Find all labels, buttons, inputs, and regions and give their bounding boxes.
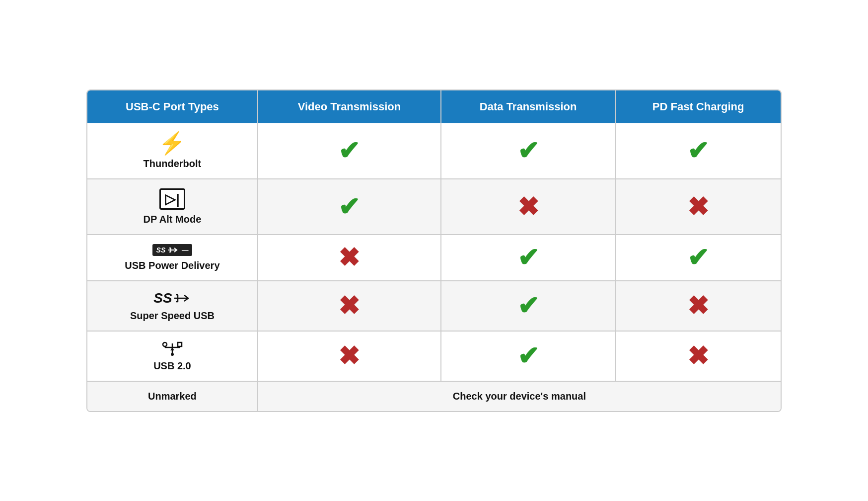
comparison-table: USB-C Port Types Video Transmission Data… <box>86 89 782 412</box>
svg-point-14 <box>171 353 174 356</box>
check-icon <box>517 291 539 320</box>
video-cell-usb20 <box>258 331 441 381</box>
col-header-video: Video Transmission <box>258 90 441 123</box>
port-cell-dp-alt: ▷| DP Alt Mode <box>87 179 258 235</box>
svg-rect-11 <box>178 342 182 346</box>
data-cell-usb20 <box>441 331 615 381</box>
table-row: SS ⸻ USB Power Delivery <box>87 235 781 281</box>
check-icon <box>687 136 709 165</box>
port-cell-unmarked: Unmarked <box>87 381 258 411</box>
ss-usb-icon: SS <box>153 290 191 306</box>
cross-icon <box>687 192 709 221</box>
thunderbolt-icon: ⚡ <box>158 132 186 154</box>
cross-icon <box>687 341 709 370</box>
port-label-usb-pd: USB Power Delivery <box>125 260 219 271</box>
col-header-pd: PD Fast Charging <box>615 90 781 123</box>
video-cell-dp-alt <box>258 179 441 235</box>
pd-cell-usb-pd <box>615 235 781 281</box>
video-cell-ss-usb <box>258 281 441 331</box>
port-label-ss-usb: Super Speed USB <box>130 310 215 322</box>
check-icon <box>338 136 360 165</box>
pd-cell-dp-alt <box>615 179 781 235</box>
data-cell-usb-pd <box>441 235 615 281</box>
port-cell-ss-usb: SS Super Speed USB <box>87 281 258 331</box>
port-cell-thunderbolt: ⚡ Thunderbolt <box>87 123 258 179</box>
video-cell-thunderbolt <box>258 123 441 179</box>
data-cell-ss-usb <box>441 281 615 331</box>
check-icon <box>517 341 539 370</box>
unmarked-note-cell: Check your device's manual <box>258 381 781 411</box>
port-label-unmarked: Unmarked <box>148 391 197 402</box>
pd-cell-ss-usb <box>615 281 781 331</box>
col-header-port-types: USB-C Port Types <box>87 90 258 123</box>
check-icon <box>338 192 360 221</box>
table-row: USB 2.0 <box>87 331 781 381</box>
cross-icon <box>338 291 360 320</box>
check-icon <box>517 243 539 272</box>
table-row: ⚡ Thunderbolt <box>87 123 781 179</box>
pd-cell-usb20 <box>615 331 781 381</box>
port-cell-usb20: USB 2.0 <box>87 331 258 381</box>
port-label-thunderbolt: Thunderbolt <box>144 158 202 169</box>
data-cell-thunderbolt <box>441 123 615 179</box>
cross-icon <box>338 243 360 272</box>
port-label-usb20: USB 2.0 <box>153 360 191 372</box>
table-row: Unmarked Check your device's manual <box>87 381 781 411</box>
pd-cell-thunderbolt <box>615 123 781 179</box>
svg-point-10 <box>163 342 167 346</box>
cross-icon <box>687 291 709 320</box>
unmarked-note: Check your device's manual <box>453 391 586 402</box>
check-icon <box>517 136 539 165</box>
cross-icon <box>517 192 539 221</box>
table-row: SS Super Speed USB <box>87 281 781 331</box>
table-row: ▷| DP Alt Mode <box>87 179 781 235</box>
video-cell-usb-pd <box>258 235 441 281</box>
col-header-data: Data Transmission <box>441 90 615 123</box>
usb20-icon <box>160 340 185 356</box>
port-label-dp-alt: DP Alt Mode <box>144 214 202 225</box>
data-cell-dp-alt <box>441 179 615 235</box>
port-cell-usb-pd: SS ⸻ USB Power Delivery <box>87 235 258 281</box>
check-icon <box>687 243 709 272</box>
cross-icon <box>338 341 360 370</box>
dp-alt-icon: ▷| <box>159 188 185 210</box>
ss-box-icon: SS ⸻ <box>152 244 193 256</box>
